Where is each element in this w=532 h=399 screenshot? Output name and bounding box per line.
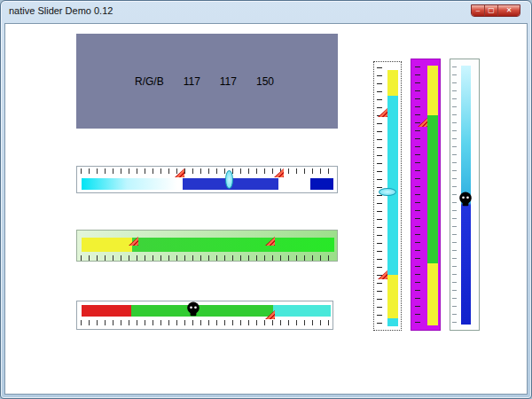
maximize-icon: ▢ <box>488 6 495 14</box>
app-window: native Slider Demo 0.12 – ▢ ✕ R/G/B 117 … <box>0 0 532 399</box>
vertical-slider-magenta[interactable] <box>411 59 441 331</box>
ruler-ticks <box>81 320 331 325</box>
skull-thumb-icon[interactable] <box>458 191 473 208</box>
rgb-label: R/G/B <box>135 75 164 88</box>
ruler-ticks <box>81 255 335 261</box>
slider-track[interactable] <box>82 305 331 317</box>
ruler-ticks <box>377 67 382 325</box>
horizontal-slider-blue[interactable] <box>76 166 338 193</box>
blue-value: 150 <box>256 75 274 88</box>
ruler-ticks <box>452 66 457 324</box>
minimize-button[interactable]: – <box>472 5 485 16</box>
ruler-ticks <box>415 66 420 324</box>
ruler-ticks <box>81 168 334 174</box>
oval-thumb-icon[interactable] <box>225 170 233 189</box>
slider-track[interactable] <box>387 67 398 326</box>
titlebar[interactable]: native Slider Demo 0.12 – ▢ ✕ <box>1 1 531 23</box>
slider-track[interactable] <box>82 238 334 252</box>
close-button[interactable]: ✕ <box>498 5 520 16</box>
green-value: 117 <box>220 75 237 88</box>
maximize-button[interactable]: ▢ <box>485 5 498 16</box>
horizontal-slider-rgb[interactable] <box>76 301 333 330</box>
client-area: R/G/B 117 117 150 <box>4 23 528 395</box>
slider-track[interactable] <box>82 178 333 190</box>
skull-thumb-icon[interactable] <box>185 301 201 318</box>
horizontal-slider-green[interactable] <box>76 230 338 262</box>
rgb-value-panel: R/G/B 117 117 150 <box>76 34 338 129</box>
oval-thumb-icon[interactable] <box>379 188 396 196</box>
vertical-slider-blue[interactable] <box>450 59 480 331</box>
vertical-slider-cyan[interactable] <box>373 61 402 331</box>
slider-track[interactable] <box>427 66 438 325</box>
close-icon: ✕ <box>506 6 512 14</box>
minimize-icon: – <box>476 6 480 14</box>
window-title: native Slider Demo 0.12 <box>9 5 113 16</box>
red-value: 117 <box>184 75 200 88</box>
window-controls: – ▢ ✕ <box>471 4 520 17</box>
